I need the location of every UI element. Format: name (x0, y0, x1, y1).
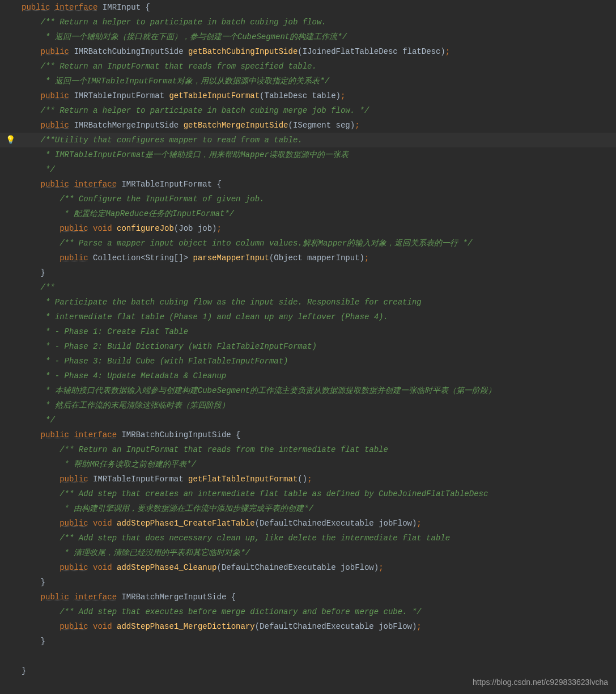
code-content[interactable]: * 帮助MR任务读取之前创建的平表*/ (22, 457, 616, 472)
token-comment: /** Return a helper to participate in ba… (41, 18, 326, 27)
code-content[interactable]: public void addStepPhase1_CreateFlatTabl… (22, 516, 616, 531)
code-editor[interactable]: public interface IMRInput { /** Return a… (0, 0, 616, 678)
code-content[interactable]: public void addStepPhase4_Cleanup(Defaul… (22, 560, 616, 575)
code-content[interactable]: */ (22, 413, 616, 428)
code-content[interactable]: * Participate the batch cubing flow as t… (22, 295, 616, 310)
code-line[interactable]: /** Add step that does necessary clean u… (0, 531, 616, 545)
code-content[interactable]: public IMRTableInputFormat getFlatTableI… (22, 472, 616, 486)
code-content[interactable]: } (22, 265, 616, 280)
code-line[interactable]: 💡 /**Utility that configures mapper to r… (0, 133, 616, 147)
code-line[interactable]: /** Return a helper to participate in ba… (0, 15, 616, 29)
code-content[interactable]: * IMRTableInputFormat是一个辅助接口，用来帮助Mapper读… (22, 147, 616, 162)
code-content[interactable]: * - Phase 4: Update Metadata & Cleanup (22, 369, 616, 383)
code-content[interactable]: * intermediate flat table (Phase 1) and … (22, 310, 616, 324)
code-content[interactable]: /** Add step that creates an intermediat… (22, 486, 616, 501)
code-content[interactable]: public interface IMRBatchMergeInputSide … (22, 590, 616, 604)
code-line[interactable]: * 本辅助接口代表数据输入端参与创建构建CubeSegment的工作流主要负责从… (0, 383, 616, 398)
code-line[interactable]: /** Add step that executes before merge … (0, 604, 616, 619)
code-content[interactable]: public interface IMRBatchCubingInputSide… (22, 428, 616, 442)
token-type: IMRTableInputFormat (121, 180, 212, 189)
code-line[interactable]: */ (0, 413, 616, 428)
code-line[interactable]: * 配置给定MapReduce任务的InputFormat*/ (0, 206, 616, 221)
code-content[interactable]: } (22, 575, 616, 590)
code-line[interactable]: * - Phase 1: Create Flat Table (0, 324, 616, 339)
code-line[interactable]: * - Phase 3: Build Cube (with FlatTableI… (0, 354, 616, 369)
code-line[interactable]: /** Return an InputFormat that reads fro… (0, 442, 616, 457)
code-line[interactable]: /** Return an InputFormat that reads fro… (0, 59, 616, 74)
code-line[interactable]: * - Phase 2: Build Dictionary (with Flat… (0, 339, 616, 354)
code-line[interactable]: } (0, 634, 616, 649)
code-content[interactable]: /** Add step that executes before merge … (22, 604, 616, 619)
code-content[interactable]: public IMRBatchCubingInputSide getBatchC… (22, 44, 616, 59)
code-line[interactable]: * 由构建引擎调用，要求数据源在工作流中添加步骤完成平表的创建*/ (0, 501, 616, 516)
code-line[interactable]: public void addStepPhase1_MergeDictionar… (0, 619, 616, 634)
code-line[interactable]: * - Phase 4: Update Metadata & Cleanup (0, 369, 616, 383)
code-line[interactable]: public interface IMRBatchMergeInputSide … (0, 590, 616, 604)
code-content[interactable]: */ (22, 162, 616, 177)
code-line[interactable]: * 返回一个辅助对象（接口就在下面），参与创建一个CubeSegment的构建工… (0, 29, 616, 44)
code-line[interactable]: } (0, 575, 616, 590)
code-content[interactable]: public IMRTableInputFormat getTableInput… (22, 88, 616, 103)
code-line[interactable]: public interface IMRTableInputFormat { (0, 177, 616, 192)
code-content[interactable]: public IMRBatchMergeInputSide getBatchMe… (22, 118, 616, 133)
code-line[interactable]: public interface IMRBatchCubingInputSide… (0, 428, 616, 442)
code-line[interactable]: * IMRTableInputFormat是一个辅助接口，用来帮助Mapper读… (0, 147, 616, 162)
code-content[interactable]: } (22, 634, 616, 649)
token-comment: * Participate the batch cubing flow as t… (41, 298, 422, 307)
code-content[interactable]: * 清理收尾，清除已经没用的平表和其它临时对象*/ (22, 545, 616, 560)
code-line[interactable]: /** Add step that creates an intermediat… (0, 486, 616, 501)
code-content[interactable]: * - Phase 3: Build Cube (with FlatTableI… (22, 354, 616, 369)
token-kw-u: public (41, 430, 69, 439)
code-line[interactable]: * 帮助MR任务读取之前创建的平表*/ (0, 457, 616, 472)
code-content[interactable]: * 由构建引擎调用，要求数据源在工作流中添加步骤完成平表的创建*/ (22, 501, 616, 516)
code-content[interactable]: public Collection<String[]> parseMapperI… (22, 251, 616, 265)
code-content[interactable]: /** Return an InputFormat that reads fro… (22, 59, 616, 74)
token-method: parseMapperInput (193, 253, 269, 263)
code-line[interactable]: * intermediate flat table (Phase 1) and … (0, 310, 616, 324)
code-line[interactable]: public interface IMRInput { (0, 0, 616, 15)
code-line[interactable]: } (0, 265, 616, 280)
token-semi: ; (379, 563, 383, 572)
code-line[interactable]: public IMRBatchMergeInputSide getBatchMe… (0, 118, 616, 133)
code-content[interactable]: public void configureJob(Job job); (22, 221, 616, 236)
code-line[interactable]: public void configureJob(Job job); (0, 221, 616, 236)
code-content[interactable]: /** Return an InputFormat that reads fro… (22, 442, 616, 457)
code-content[interactable]: * 返回一个辅助对象（接口就在下面），参与创建一个CubeSegment的构建工… (22, 29, 616, 44)
code-line[interactable]: /** Return a helper to participate in ba… (0, 103, 616, 118)
code-content[interactable]: /** Return a helper to participate in ba… (22, 103, 616, 118)
code-line[interactable]: * Participate the batch cubing flow as t… (0, 295, 616, 310)
code-content[interactable] (22, 649, 616, 663)
code-content[interactable]: public interface IMRInput { (22, 0, 616, 15)
code-content[interactable]: public void addStepPhase1_MergeDictionar… (22, 619, 616, 634)
code-line[interactable]: public void addStepPhase4_Cleanup(Defaul… (0, 560, 616, 575)
code-content[interactable]: /** Parse a mapper input object into col… (22, 236, 616, 251)
code-line[interactable]: /** (0, 280, 616, 295)
code-line[interactable]: * 然后在工作流的末尾清除这张临时表（第四阶段） (0, 398, 616, 413)
code-content[interactable]: * - Phase 2: Build Dictionary (with Flat… (22, 339, 616, 354)
code-content[interactable]: public interface IMRTableInputFormat { (22, 177, 616, 192)
code-content[interactable]: * 然后在工作流的末尾清除这张临时表（第四阶段） (22, 398, 616, 413)
code-line[interactable]: /** Parse a mapper input object into col… (0, 236, 616, 251)
code-content[interactable]: /** Configure the InputFormat of given j… (22, 192, 616, 206)
code-line[interactable]: * 清理收尾，清除已经没用的平表和其它临时对象*/ (0, 545, 616, 560)
code-line[interactable]: public IMRTableInputFormat getTableInput… (0, 88, 616, 103)
code-content[interactable]: /** Return a helper to participate in ba… (22, 15, 616, 29)
code-content[interactable]: * 本辅助接口代表数据输入端参与创建构建CubeSegment的工作流主要负责从… (22, 383, 616, 398)
code-content[interactable]: * 返回一个IMRTableInputFormat对象，用以从数据源中读取指定的… (22, 74, 616, 88)
code-line[interactable]: /** Configure the InputFormat of given j… (0, 192, 616, 206)
code-line[interactable]: * 返回一个IMRTableInputFormat对象，用以从数据源中读取指定的… (0, 74, 616, 88)
intention-bulb-icon[interactable]: 💡 (6, 136, 15, 145)
code-line[interactable]: */ (0, 162, 616, 177)
code-content[interactable]: /** Add step that does necessary clean u… (22, 531, 616, 545)
code-content[interactable]: /**Utility that configures mapper to rea… (22, 133, 616, 147)
token-comment: /** Add step that does necessary clean u… (60, 534, 450, 543)
code-line[interactable] (0, 649, 616, 663)
code-line[interactable]: public IMRTableInputFormat getFlatTableI… (0, 472, 616, 486)
code-content[interactable]: * 配置给定MapReduce任务的InputFormat*/ (22, 206, 616, 221)
token-param: IJoinedFlatTableDesc flatDesc (303, 47, 441, 56)
code-line[interactable]: public void addStepPhase1_CreateFlatTabl… (0, 516, 616, 531)
code-line[interactable]: public IMRBatchCubingInputSide getBatchC… (0, 44, 616, 59)
code-line[interactable]: public Collection<String[]> parseMapperI… (0, 251, 616, 265)
code-content[interactable]: /** (22, 280, 616, 295)
code-content[interactable]: * - Phase 1: Create Flat Table (22, 324, 616, 339)
